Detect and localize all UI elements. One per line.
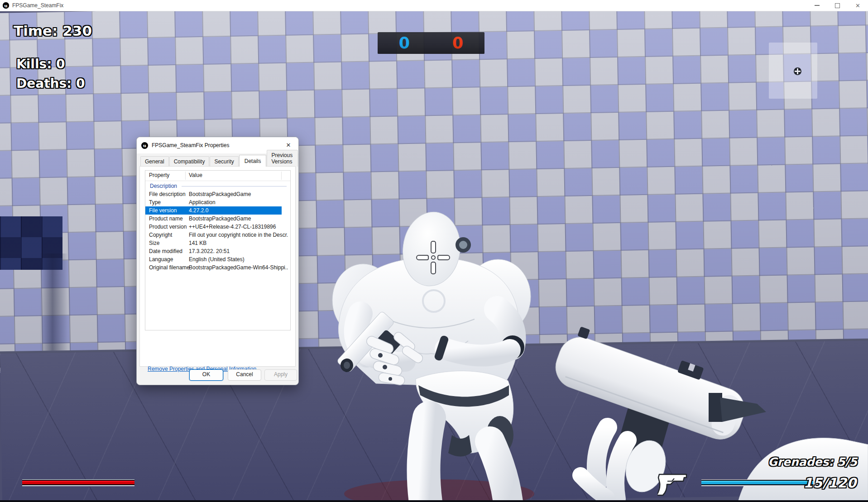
row-property: Copyright [149, 231, 172, 239]
row-value: English (United States) [189, 255, 288, 263]
tab-previous-versions[interactable]: Previous Versions [267, 150, 298, 167]
unreal-logo-icon: u [3, 2, 9, 9]
row-value: ++UE4+Release-4.27-CL-18319896 [189, 223, 288, 231]
ok-button[interactable]: OK [189, 369, 223, 381]
enemy-robot [312, 206, 539, 502]
unreal-logo-letter: u [143, 143, 146, 148]
row-value: 4.27.2.0 [189, 206, 288, 215]
table-row[interactable]: File descriptionBootstrapPackagedGame [145, 190, 290, 198]
row-property: Size [149, 239, 159, 247]
screen-bottom-edge [0, 500, 868, 502]
properties-dialog: u FPSGame_SteamFix Properties ✕ General … [136, 137, 299, 385]
apply-button[interactable]: Apply [264, 369, 297, 381]
maximize-icon [835, 3, 840, 8]
row-property: Original filename [149, 263, 190, 272]
column-divider[interactable] [281, 172, 282, 180]
table-row[interactable]: CopyrightFill out your copyright notice … [145, 231, 290, 239]
table-row[interactable]: Size141 KB [145, 239, 290, 247]
tab-compatibility[interactable]: Compatibility [169, 156, 210, 167]
table-row[interactable]: Product nameBootstrapPackagedGame [145, 215, 290, 223]
hud-ammo-count: 15/120 [804, 475, 857, 491]
crosshair-dot [432, 256, 435, 259]
crosshair-right [438, 256, 449, 259]
column-header-value: Value [189, 172, 202, 178]
window-title: FPSGame_SteamFix [12, 2, 63, 9]
hud-kills: Kills: 0 [16, 57, 65, 72]
table-row[interactable]: TypeApplication [145, 198, 290, 206]
app-window: u FPSGame_SteamFix ✕ [0, 0, 868, 502]
unreal-logo-icon: u [141, 142, 148, 149]
maximize-button[interactable] [827, 0, 848, 11]
row-property: Product version [149, 223, 187, 231]
minimize-icon [815, 5, 820, 6]
row-value: BootstrapPackagedGame [189, 215, 288, 223]
crosshair-top [432, 242, 435, 253]
table-row[interactable]: Date modified17.3.2022. 20:51 [145, 247, 290, 255]
table-row[interactable]: Product version++UE4+Release-4.27-CL-183… [145, 223, 290, 231]
row-value: 141 KB [189, 239, 288, 247]
dialog-title: FPSGame_SteamFix Properties [152, 142, 229, 148]
row-property: Language [149, 255, 173, 263]
minimap [769, 43, 817, 99]
table-row[interactable]: Original filenameBootstrapPackagedGame-W… [145, 263, 290, 272]
table-body: Description File descriptionBootstrapPac… [145, 181, 290, 272]
blue-team-score: 0 [378, 32, 431, 54]
row-property: File description [149, 190, 186, 198]
table-row-selected[interactable]: File version4.27.2.0 [145, 206, 290, 215]
row-value: 17.3.2022. 20:51 [189, 247, 288, 255]
column-header-property: Property [149, 172, 169, 178]
crosshair-bottom [432, 263, 435, 273]
properties-table: Property Value Description File descript… [145, 170, 291, 330]
hud-deaths: Deaths: 0 [16, 76, 85, 91]
tab-general[interactable]: General [140, 156, 169, 167]
dialog-buttons: OK Cancel Apply [137, 369, 298, 380]
tab-security[interactable]: Security [210, 156, 238, 167]
dialog-tabstrip: General Compatibility Security Details P… [140, 155, 298, 167]
hud-timer: Time: 230 [14, 23, 92, 39]
row-property: Product name [149, 215, 183, 223]
crosshair-left [417, 256, 428, 259]
row-property: Date modified [149, 247, 182, 255]
section-header: Description [145, 182, 290, 190]
details-tab-page: Property Value Description File descript… [139, 166, 296, 367]
section-rule [182, 186, 287, 186]
section-label: Description [150, 183, 177, 189]
cancel-button[interactable]: Cancel [228, 369, 261, 381]
row-value: BootstrapPackagedGame-Win64-Shippi... [189, 263, 288, 272]
close-icon: ✕ [855, 2, 860, 9]
row-value: Application [189, 198, 288, 206]
unreal-logo-letter: u [4, 3, 7, 8]
row-property: File version [149, 206, 177, 215]
health-bar [22, 479, 134, 486]
team-scoreboard: 0 0 [378, 32, 484, 54]
hud-grenades: Grenades: 5/5 [768, 455, 857, 469]
window-titlebar: u FPSGame_SteamFix ✕ [0, 0, 868, 11]
player-marker-icon [794, 67, 801, 75]
close-icon: ✕ [286, 142, 291, 148]
column-divider[interactable] [185, 172, 186, 180]
table-header: Property Value [145, 171, 290, 181]
ammo-bar [701, 479, 813, 486]
row-property: Type [149, 198, 161, 206]
first-person-gun [539, 317, 868, 502]
wall-shadow [40, 253, 68, 352]
minimize-button[interactable] [807, 0, 827, 11]
table-row[interactable]: LanguageEnglish (United States) [145, 255, 290, 263]
tab-details[interactable]: Details [239, 155, 267, 167]
close-button[interactable]: ✕ [848, 0, 868, 11]
row-value: Fill out your copyright notice in the De… [189, 231, 288, 239]
red-team-score: 0 [431, 32, 484, 54]
row-value: BootstrapPackagedGame [189, 190, 288, 198]
pistol-icon [657, 470, 691, 496]
